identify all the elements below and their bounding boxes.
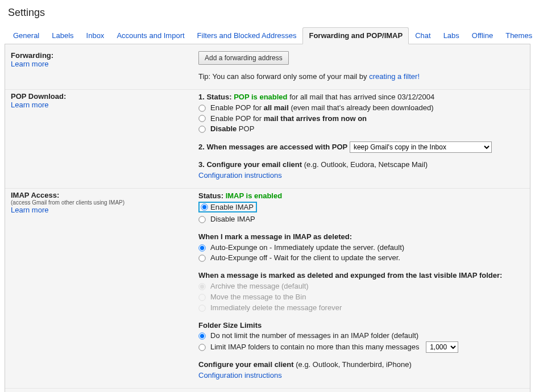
folder-nolimit-label: Do not limit the number of messages in a… [210,331,418,341]
imap-mark-heading: When I mark a message in IMAP as deleted… [198,232,352,241]
expunge-bin-label: Move the message to the Bin [210,292,306,303]
pop-action-select[interactable]: keep Gmail's copy in the Inbox [350,141,492,153]
expunge-delete-radio [198,305,205,311]
imap-heading: IMAP Access: [11,191,193,199]
pop-status-value: POP is enabled [234,93,287,101]
pop-config-link[interactable]: Configuration instructions [198,171,282,180]
folder-limit-label: Limit IMAP folders to contain no more th… [210,342,420,353]
folder-limit-select[interactable]: 1,000 [426,341,458,353]
pop-step3-rest: (e.g. Outlook, Eudora, Netscape Mail) [302,160,428,169]
auto-expunge-on-radio[interactable] [198,244,205,251]
imap-expunge-heading: When a message is marked as deleted and … [198,271,502,280]
imap-learn-more-link[interactable]: Learn more [11,206,48,214]
imap-configure-bold: Configure your email client [198,360,294,369]
auto-expunge-off-radio[interactable] [198,255,205,262]
pop-enable-all-suffix: (even mail that's already been downloade… [289,103,434,112]
imap-status-label: Status: [198,191,226,200]
tab-labels[interactable]: Labels [45,27,80,44]
imap-enable-radio[interactable] [201,203,208,210]
imap-section: IMAP Access: (access Gmail from other cl… [5,189,530,389]
pop-step2-label: 2. When messages are accessed with POP [198,143,347,151]
settings-panel: Forwarding: Learn more Add a forwarding … [5,44,530,392]
tab-chat[interactable]: Chat [409,27,437,44]
forwarding-learn-more-link[interactable]: Learn more [11,60,48,68]
pop-enable-now-bold: mail that arrives from now on [264,114,367,123]
tab-offline[interactable]: Offline [466,27,499,44]
pop-learn-more-link[interactable]: Learn more [11,101,48,109]
auto-expunge-off-label: Auto-Expunge off - Wait for the client t… [210,253,400,264]
pop-enable-all-prefix: Enable POP for [210,103,264,112]
folder-limits-heading: Folder Size Limits [198,321,262,330]
tab-labs[interactable]: Labs [437,27,466,44]
folder-nolimit-radio[interactable] [198,333,205,340]
forwarding-section: Forwarding: Learn more Add a forwarding … [5,49,530,90]
add-forwarding-address-button[interactable]: Add a forwarding address [198,51,289,65]
imap-status-value: IMAP is enabled [226,191,282,200]
expunge-delete-label: Immediately delete the message forever [210,303,342,314]
imap-disable-label: Disable IMAP [210,214,255,225]
imap-config-link[interactable]: Configuration instructions [198,371,282,380]
tab-inbox[interactable]: Inbox [80,27,111,44]
settings-tabbar: General Labels Inbox Accounts and Import… [5,27,530,44]
pop-status-suffix: for all mail that has arrived since 03/1… [288,93,435,101]
tab-filters[interactable]: Filters and Blocked Addresses [191,27,303,44]
expunge-archive-radio [198,283,205,290]
folder-limit-radio[interactable] [198,344,205,351]
tab-themes[interactable]: Themes [499,27,535,44]
imap-disable-radio[interactable] [198,216,205,223]
imap-enable-highlight: Enable IMAP [198,202,257,213]
pop-enable-now-radio[interactable] [198,115,205,122]
pop-section: POP Download: Learn more 1. Status: POP … [5,90,530,189]
forwarding-heading: Forwarding: [11,51,193,60]
page-title: Settings [8,7,530,19]
forwarding-tip-text: Tip: You can also forward only some of y… [198,72,369,81]
footer-buttons: Save Changes Cancel [5,389,530,392]
expunge-archive-label: Archive the message (default) [210,281,309,292]
tab-accounts[interactable]: Accounts and Import [110,27,190,44]
pop-heading: POP Download: [11,92,193,101]
tab-forwarding-pop-imap[interactable]: Forwarding and POP/IMAP [302,27,409,44]
pop-disable-radio[interactable] [198,126,205,133]
pop-disable-suffix: POP [237,124,254,133]
pop-disable-bold: Disable [210,124,237,133]
create-filter-link[interactable]: creating a filter! [369,72,420,81]
imap-subtext: (access Gmail from other clients using I… [11,199,193,206]
auto-expunge-on-label: Auto-Expunge on - Immediately update the… [210,243,404,253]
pop-step3-bold: 3. Configure your email client [198,160,302,169]
pop-enable-all-radio[interactable] [198,105,205,111]
tab-general[interactable]: General [7,27,45,44]
pop-enable-all-bold: all mail [264,103,289,112]
imap-enable-label: Enable IMAP [210,203,254,212]
imap-configure-rest: (e.g. Outlook, Thunderbird, iPhone) [294,360,412,369]
pop-enable-now-prefix: Enable POP for [210,114,264,123]
expunge-bin-radio [198,294,205,301]
pop-status-prefix: 1. Status: [198,93,234,101]
